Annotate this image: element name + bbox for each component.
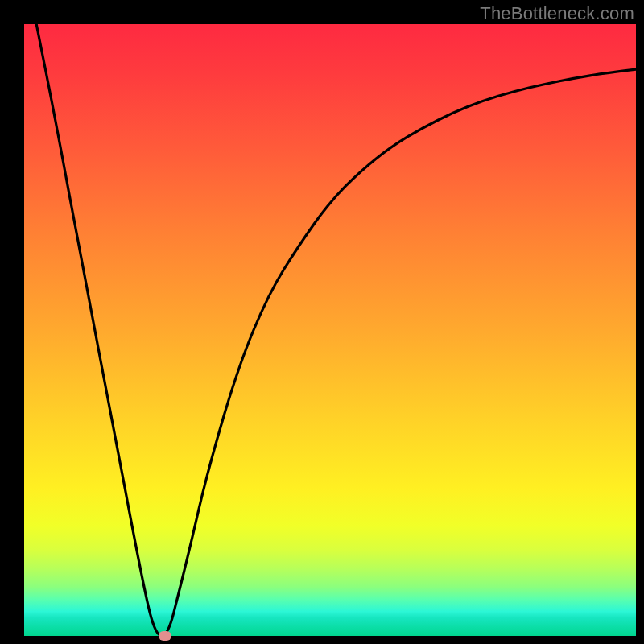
- plot-area: [24, 24, 636, 636]
- optimum-marker: [159, 631, 171, 641]
- curve-svg: [24, 24, 636, 636]
- watermark-text: TheBottleneck.com: [480, 3, 634, 24]
- chart-frame: TheBottleneck.com: [0, 0, 644, 644]
- bottleneck-curve: [36, 24, 636, 636]
